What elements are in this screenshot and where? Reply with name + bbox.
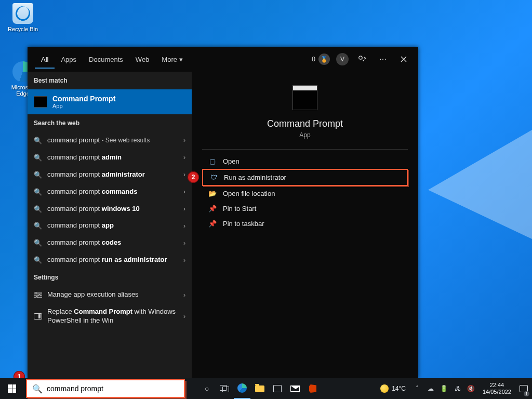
task-view-icon[interactable] [216,378,233,399]
tab-apps[interactable]: Apps [55,50,83,69]
weather-sun-icon [380,384,389,393]
office-icon [309,384,316,393]
shield-icon: 🛡 [209,174,218,181]
search-scope-tabs: All Apps Documents Web More ▾ [35,50,189,69]
folder-icon [255,385,264,392]
chevron-right-icon: › [183,171,185,178]
folder-open-icon: 📂 [208,190,217,197]
preview-column: Command Prompt App ▢ Open 2 🛡 Run as adm… [192,72,418,378]
web-result[interactable]: 🔍 command prompt run as administrator › [28,251,192,269]
weather-widget[interactable]: 14°C [376,384,410,393]
tray-chevron-up-icon[interactable]: ˄ [411,378,423,399]
svg-point-2 [38,294,40,296]
recycle-bin-icon [12,3,33,24]
svg-point-3 [36,296,37,298]
web-result[interactable]: 🔍 command prompt - See web results › [28,132,192,149]
taskbar-search-box[interactable]: 🔍 [26,379,185,398]
sliders-icon [34,292,42,298]
best-match-subtitle: App [52,103,115,109]
chevron-right-icon: › [183,240,185,247]
tray-battery-icon[interactable]: 🔋 [438,378,450,399]
user-avatar[interactable]: V [336,53,349,65]
search-input[interactable] [47,384,179,393]
web-result[interactable]: 🔍 command prompt codes › [28,234,192,251]
taskbar-app-store[interactable] [269,378,286,399]
flyout-header: All Apps Documents Web More ▾ 0 🏅 V ⋯ [28,47,418,72]
chevron-right-icon: › [183,222,185,230]
taskbar-app-mail[interactable] [287,378,303,399]
search-icon: 🔍 [34,171,42,179]
chevron-right-icon: › [183,313,185,320]
svg-point-0 [359,56,362,59]
open-icon: ▢ [208,157,217,165]
taskbar-app-office[interactable] [304,378,321,399]
action-open-file-location[interactable]: 📂 Open file location [202,186,408,201]
chevron-right-icon: › [183,205,185,212]
taskbar: 🔍 ○ 14°C ˄ ☁ 🔋 🖧 🔇 22:44 14/05/2022 1 [0,378,532,399]
close-icon[interactable] [396,52,411,66]
feedback-icon[interactable] [355,52,369,66]
web-result[interactable]: 🔍 command prompt commands › [28,183,192,201]
web-result[interactable]: 🔍 command prompt windows 10 › [28,201,192,218]
edge-icon [237,383,247,393]
search-icon: 🔍 [34,222,42,230]
svg-point-1 [35,292,36,294]
chevron-right-icon: › [183,291,185,299]
rewards-points[interactable]: 0 🏅 [312,54,330,65]
command-prompt-icon [34,96,47,108]
chevron-down-icon: ▾ [179,56,183,63]
search-icon: 🔍 [34,154,42,162]
results-column: Best match Command Prompt App Search the… [28,72,192,378]
search-flyout: All Apps Documents Web More ▾ 0 🏅 V ⋯ Be… [28,47,418,378]
web-result[interactable]: 🔍 command prompt app › [28,217,192,234]
search-icon: 🔍 [34,205,42,213]
tray-network-icon[interactable]: 🖧 [451,378,464,399]
preview-title: Command Prompt [202,118,408,129]
store-icon [273,385,282,392]
search-icon: 🔍 [34,188,42,196]
tab-web[interactable]: Web [129,50,156,69]
chevron-right-icon: › [183,257,185,264]
taskbar-clock[interactable]: 22:44 14/05/2022 [478,382,515,395]
tab-documents[interactable]: Documents [83,50,129,69]
cortana-icon[interactable]: ○ [198,378,215,399]
search-icon: 🔍 [34,239,42,247]
web-result[interactable]: 🔍 command prompt administrator › [28,166,192,183]
chevron-right-icon: › [183,188,185,195]
action-pin-to-start[interactable]: 📌 Pin to Start [202,201,408,216]
preview-subtitle: App [202,131,408,139]
search-icon: 🔍 [32,384,43,394]
windows-logo-icon [8,384,16,393]
pin-icon: 📌 [208,220,217,228]
pin-icon: 📌 [208,205,217,212]
tray-onedrive-icon[interactable]: ☁ [424,378,437,399]
divider [202,149,408,150]
options-icon[interactable]: ⋯ [376,52,390,66]
web-result[interactable]: 🔍 command prompt admin › [28,149,192,166]
desktop-icon-recycle-bin[interactable]: Recycle Bin [4,3,42,32]
taskbar-app-edge[interactable] [234,378,250,399]
settings-result[interactable]: Replace Command Prompt with Windows Powe… [28,303,192,329]
action-pin-to-taskbar[interactable]: 📌 Pin to taskbar [202,216,408,231]
mail-icon [290,385,300,392]
start-button[interactable] [0,378,24,399]
tray-volume-icon[interactable]: 🔇 [465,378,477,399]
wallpaper-light-shape [428,130,532,239]
medal-icon: 🏅 [318,54,330,65]
best-match-item[interactable]: Command Prompt App [28,89,192,114]
settings-header: Settings [28,269,192,286]
settings-result[interactable]: Manage app execution aliases › [28,286,192,303]
chevron-right-icon: › [183,137,185,144]
tab-all[interactable]: All [35,50,55,69]
search-icon: 🔍 [34,137,42,144]
tab-more[interactable]: More ▾ [155,50,189,69]
toggle-icon [34,313,42,320]
taskbar-app-explorer[interactable] [251,378,268,399]
search-icon: 🔍 [34,256,42,264]
callout-badge-2: 2 [188,171,199,183]
best-match-title: Command Prompt [52,95,115,103]
action-open[interactable]: ▢ Open [202,154,408,169]
chevron-right-icon: › [183,154,185,161]
action-center-icon[interactable]: 1 [516,378,531,399]
action-run-as-administrator[interactable]: 🛡 Run as administrator [202,169,408,186]
